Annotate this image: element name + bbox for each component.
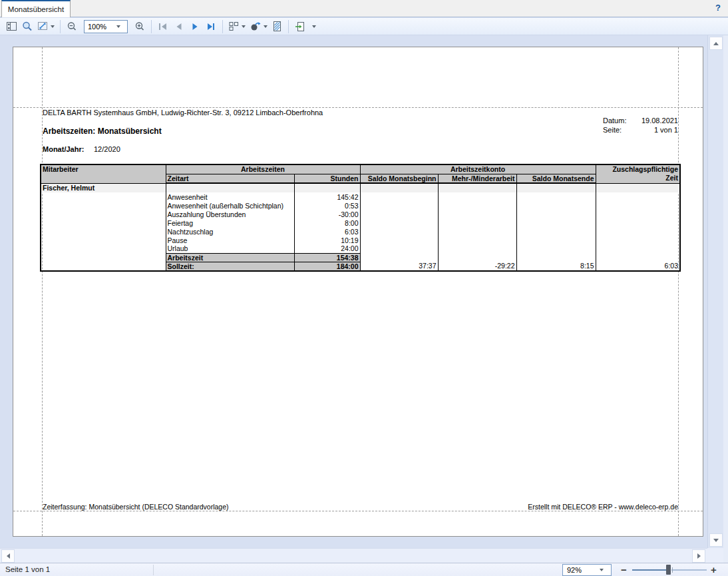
first-page-button[interactable] xyxy=(155,19,171,34)
zoom-mode-button[interactable] xyxy=(35,19,57,34)
scroll-up-button[interactable] xyxy=(709,37,723,50)
saldo-ende-value: 8:15 xyxy=(516,262,596,271)
group-header-arbeitszeitkonto: Arbeitszeitkonto xyxy=(360,164,596,174)
zoom-combobox[interactable] xyxy=(84,20,128,33)
chevron-down-icon[interactable] xyxy=(600,569,604,571)
time-row: Feiertag 8:00 xyxy=(41,218,680,227)
col-header-zeitart: Zeitart xyxy=(166,174,294,183)
preview-area: DELTA BARTH Systemhaus GmbH, Ludwig-Rich… xyxy=(0,35,728,548)
parameters-panel-button[interactable] xyxy=(4,19,19,34)
toolbar-separator xyxy=(151,20,152,33)
stunden-cell: 10:19 xyxy=(294,236,360,244)
time-row: Anwesenheit 145:42 xyxy=(41,192,680,201)
chevron-down-icon xyxy=(242,25,246,28)
zeitart-cell: Anwesenheit xyxy=(166,192,294,201)
time-row: Auszahlung Überstunden -30:00 xyxy=(41,210,680,218)
page-value: 1 von 1 xyxy=(612,126,678,134)
zeitart-cell: Auszahlung Überstunden xyxy=(166,210,294,218)
zuschlag-line1: Zuschlagspflichtige xyxy=(598,165,679,174)
sollzeit-value: 184:00 xyxy=(294,262,360,271)
chevron-down-icon[interactable] xyxy=(116,25,120,28)
page-color-button[interactable] xyxy=(248,19,270,34)
report-title: Arbeitszeiten: Monatsübersicht xyxy=(43,127,162,136)
margin-guide-top xyxy=(13,107,703,108)
tab-monatsuebersicht[interactable]: Monatsübersicht xyxy=(1,0,71,17)
zoom-slider-track[interactable] xyxy=(671,569,707,571)
arrow-up-icon xyxy=(713,42,719,45)
status-bar: Seite 1 von 1 − + xyxy=(0,563,728,576)
zoom-slider-center-tick xyxy=(672,567,673,573)
time-row: Pause 10:19 xyxy=(41,236,680,244)
zuschlag-value: 6:03 xyxy=(596,262,680,271)
time-row: Anwesenheit (außerhalb Schichtplan) 0:53 xyxy=(41,201,680,210)
toolbar-separator xyxy=(288,20,289,33)
chevron-down-icon xyxy=(51,25,55,28)
zoom-in-icon xyxy=(134,21,146,33)
arbeitszeit-value: 154:38 xyxy=(294,253,360,262)
report-footer-left: Zeiterfassung: Monatsübersicht (DELECO S… xyxy=(43,503,229,511)
stunden-cell: 0:53 xyxy=(294,201,360,210)
tab-bar: Monatsübersicht ? xyxy=(0,0,728,17)
status-zoom-combobox[interactable] xyxy=(562,564,612,576)
scroll-left-button[interactable] xyxy=(1,549,15,563)
previous-page-button[interactable] xyxy=(171,19,187,34)
stunden-cell: 145:42 xyxy=(294,192,360,201)
first-page-icon xyxy=(157,21,169,32)
export-options-button[interactable] xyxy=(308,19,318,34)
toolbar xyxy=(0,18,728,35)
last-page-button[interactable] xyxy=(203,19,219,34)
toolbar-separator xyxy=(222,20,223,33)
status-zoom-input[interactable] xyxy=(563,566,598,574)
zoom-input[interactable] xyxy=(85,21,115,32)
report-page: DELTA BARTH Systemhaus GmbH, Ludwig-Rich… xyxy=(13,47,703,537)
fit-zoom-icon xyxy=(37,21,49,32)
margin-guide-right xyxy=(678,47,679,536)
stunden-cell: 6:03 xyxy=(294,227,360,236)
next-page-icon xyxy=(189,21,201,32)
saldo-beginn-value: 37:37 xyxy=(360,262,438,271)
export-document-icon xyxy=(294,21,306,33)
month-label: Monat/Jahr: xyxy=(43,145,84,153)
stunden-cell: -30:00 xyxy=(294,210,360,218)
time-row: Nachtzuschlag 6:03 xyxy=(41,227,680,236)
tab-title: Monatsübersicht xyxy=(8,5,64,13)
zoom-slider-track-filled[interactable] xyxy=(632,569,667,571)
search-button[interactable] xyxy=(19,19,35,34)
month-value: 12/2020 xyxy=(94,145,120,153)
zoom-in-slider-button[interactable]: + xyxy=(711,564,717,575)
arbeitszeit-row: Arbeitszeit 154:38 xyxy=(41,253,680,262)
watermark-button[interactable] xyxy=(270,19,285,34)
zeitart-cell: Pause xyxy=(166,236,294,244)
zoom-slider-handle[interactable] xyxy=(666,565,671,575)
group-header-zuschlag: Zuschlagspflichtige Zeit xyxy=(596,164,680,183)
scroll-down-button[interactable] xyxy=(709,533,723,547)
stunden-cell: 8:00 xyxy=(294,218,360,227)
horizontal-scrollbar[interactable] xyxy=(0,548,707,563)
export-document-button[interactable] xyxy=(292,19,308,34)
multiple-pages-icon xyxy=(228,21,240,32)
vertical-scrollbar[interactable] xyxy=(707,35,723,548)
margin-guide-left xyxy=(42,47,43,536)
help-icon[interactable]: ? xyxy=(715,3,721,13)
zeitart-cell: Urlaub xyxy=(166,244,294,253)
sollzeit-row: Sollzeit: 184:00 37:37 -29:22 8:15 6:03 xyxy=(41,262,680,271)
zoom-in-button[interactable] xyxy=(132,19,148,34)
worktime-table: Mitarbeiter Arbeitszeiten Arbeitszeitkon… xyxy=(40,164,681,272)
zoom-out-slider-button[interactable]: − xyxy=(621,564,627,575)
watermark-icon xyxy=(272,21,283,33)
status-separator xyxy=(153,565,154,575)
col-header-stunden: Stunden xyxy=(294,174,360,183)
zoom-out-button[interactable] xyxy=(64,19,80,34)
multiple-pages-button[interactable] xyxy=(226,19,248,34)
company-line: DELTA BARTH Systemhaus GmbH, Ludwig-Rich… xyxy=(43,109,323,117)
next-page-button[interactable] xyxy=(187,19,203,34)
right-margin-strip xyxy=(723,35,728,563)
page-color-icon xyxy=(250,21,262,32)
chevron-down-icon xyxy=(264,25,268,28)
group-header-arbeitszeiten: Arbeitszeiten xyxy=(166,164,360,174)
parameters-panel-icon xyxy=(6,21,17,32)
scroll-right-button[interactable] xyxy=(692,549,705,563)
chevron-down-icon xyxy=(312,25,316,28)
previous-page-icon xyxy=(173,21,185,32)
arrow-down-icon xyxy=(713,539,719,542)
